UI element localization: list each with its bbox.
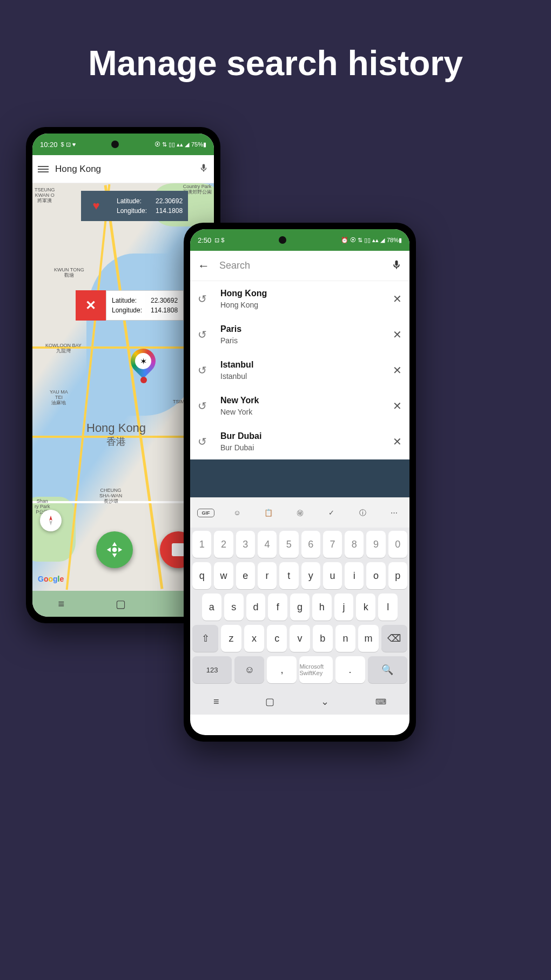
more-icon[interactable]: ⋯ — [385, 509, 402, 517]
sticker-icon[interactable]: ☺ — [229, 509, 246, 517]
svg-marker-6 — [118, 548, 122, 552]
key-s[interactable]: s — [224, 594, 244, 621]
key-backspace[interactable]: ⌫ — [381, 625, 407, 652]
map-label: KOWLOON BAY九龍灣 — [45, 343, 82, 354]
key-k[interactable]: k — [356, 594, 375, 621]
key-c[interactable]: c — [267, 625, 287, 652]
key-emoji[interactable]: ☺ — [234, 656, 264, 683]
autocorrect-icon[interactable]: ✓ — [322, 509, 340, 517]
search-input[interactable]: Search — [219, 260, 381, 271]
nav-keyboard-icon[interactable]: ⌨ — [375, 697, 386, 706]
info-icon[interactable]: ⓘ — [354, 508, 371, 518]
history-icon: ↺ — [198, 292, 212, 305]
key-search[interactable]: 🔍 — [368, 656, 407, 683]
key-row-1: q w e r t y u i o p — [192, 562, 407, 589]
key-comma[interactable]: , — [267, 656, 297, 683]
delete-icon[interactable]: ✕ — [393, 292, 402, 305]
delete-icon[interactable]: ✕ — [393, 328, 402, 341]
key-t[interactable]: t — [279, 562, 298, 589]
key-2[interactable]: 2 — [214, 531, 233, 558]
key-q[interactable]: q — [192, 562, 211, 589]
key-space[interactable]: Microsoft SwiftKey — [299, 656, 332, 683]
history-item[interactable]: ↺ New YorkNew York ✕ — [190, 388, 409, 424]
delete-icon[interactable]: ✕ — [393, 399, 402, 412]
nav-recents-icon[interactable]: ≡ — [58, 598, 65, 610]
key-i[interactable]: i — [345, 562, 364, 589]
translate-icon[interactable]: ㊙ — [291, 508, 308, 518]
keyboard-toolbar[interactable]: GIF ☺ 📋 ㊙ ✓ ⓘ ⋯ — [190, 497, 409, 528]
nav-home-icon[interactable]: ▢ — [116, 597, 126, 610]
key-4[interactable]: 4 — [258, 531, 277, 558]
search-row[interactable]: ← Search — [190, 251, 409, 281]
searchbar[interactable]: Hong Kong — [32, 155, 214, 183]
key-x[interactable]: x — [244, 625, 264, 652]
info-remove[interactable]: ✕ Latitude:22.30692 Longitude:114.1808 — [76, 290, 184, 321]
info-favorite[interactable]: ♥ Latitude:22.30692 Longitude:114.1808 — [81, 191, 188, 221]
key-row-numbers: 1 2 3 4 5 6 7 8 9 0 — [192, 531, 407, 558]
heart-icon[interactable]: ♥ — [81, 191, 111, 221]
headline: Manage search history — [0, 43, 551, 83]
gif-button[interactable]: GIF — [197, 509, 214, 517]
key-j[interactable]: j — [334, 594, 354, 621]
key-u[interactable]: u — [323, 562, 342, 589]
delete-icon[interactable]: ✕ — [393, 364, 402, 377]
key-0[interactable]: 0 — [388, 531, 407, 558]
history-item[interactable]: ↺ ParisParis ✕ — [190, 317, 409, 352]
key-z[interactable]: z — [221, 625, 241, 652]
nav-home-icon[interactable]: ▢ — [265, 696, 274, 708]
key-h[interactable]: h — [312, 594, 332, 621]
key-p[interactable]: p — [388, 562, 407, 589]
key-e[interactable]: e — [236, 562, 255, 589]
key-d[interactable]: d — [246, 594, 266, 621]
key-period[interactable]: . — [335, 656, 365, 683]
key-6[interactable]: 6 — [301, 531, 320, 558]
compass-button[interactable] — [40, 510, 62, 531]
mic-icon[interactable] — [199, 163, 209, 175]
menu-icon[interactable] — [38, 166, 49, 172]
close-icon[interactable]: ✕ — [76, 290, 106, 321]
key-o[interactable]: o — [366, 562, 385, 589]
key-3[interactable]: 3 — [236, 531, 255, 558]
clipboard-icon[interactable]: 📋 — [260, 509, 277, 517]
key-g[interactable]: g — [290, 594, 310, 621]
system-navbar[interactable]: ≡ ▢ ⌄ ⌨ — [190, 689, 409, 715]
history-title: Bur Dubai — [220, 431, 384, 441]
map-label: CHEUNGSHA-WAN長沙環 — [99, 488, 122, 504]
key-f[interactable]: f — [268, 594, 287, 621]
lat-label: Latitude: — [117, 197, 152, 205]
lng-value: 114.1808 — [151, 306, 178, 314]
key-m[interactable]: m — [358, 625, 378, 652]
key-123[interactable]: 123 — [192, 656, 232, 683]
history-item[interactable]: ↺ Hong KongHong Kong ✕ — [190, 281, 409, 317]
search-query[interactable]: Hong Kong — [55, 164, 192, 175]
key-v[interactable]: v — [290, 625, 310, 652]
nav-recents-icon[interactable]: ≡ — [213, 696, 219, 708]
nav-collapse-icon[interactable]: ⌄ — [321, 696, 329, 708]
joystick-button[interactable] — [96, 531, 133, 568]
mic-icon[interactable] — [391, 259, 402, 272]
key-9[interactable]: 9 — [366, 531, 385, 558]
key-b[interactable]: b — [313, 625, 333, 652]
delete-icon[interactable]: ✕ — [393, 435, 402, 448]
key-row-bottom: 123 ☺ , Microsoft SwiftKey . 🔍 — [192, 656, 407, 683]
key-l[interactable]: l — [378, 594, 398, 621]
key-1[interactable]: 1 — [192, 531, 211, 558]
back-icon[interactable]: ← — [198, 259, 210, 273]
key-8[interactable]: 8 — [345, 531, 364, 558]
keyboard[interactable]: 1 2 3 4 5 6 7 8 9 0 q w e r t y u i o — [190, 528, 409, 689]
history-list: ↺ Hong KongHong Kong ✕ ↺ ParisParis ✕ ↺ … — [190, 281, 409, 459]
history-item[interactable]: ↺ Bur DubaiBur Dubai ✕ — [190, 424, 409, 459]
key-shift[interactable]: ⇧ — [192, 625, 218, 652]
map-marker[interactable]: ✶ — [131, 349, 157, 381]
key-7[interactable]: 7 — [323, 531, 342, 558]
history-item[interactable]: ↺ IstanbulIstanbul ✕ — [190, 352, 409, 388]
key-w[interactable]: w — [214, 562, 233, 589]
key-y[interactable]: y — [301, 562, 320, 589]
status-left-icons: $ ⊡ ♥ — [61, 141, 76, 148]
key-r[interactable]: r — [258, 562, 277, 589]
key-n[interactable]: n — [335, 625, 355, 652]
statusbar: 2:50 ⊡ $ ⏰ ⦿ ⇅ ▯▯ ▴▴ ◢ 78%▮ — [190, 229, 409, 251]
history-subtitle: New York — [220, 408, 384, 416]
key-a[interactable]: a — [202, 594, 221, 621]
key-5[interactable]: 5 — [279, 531, 298, 558]
